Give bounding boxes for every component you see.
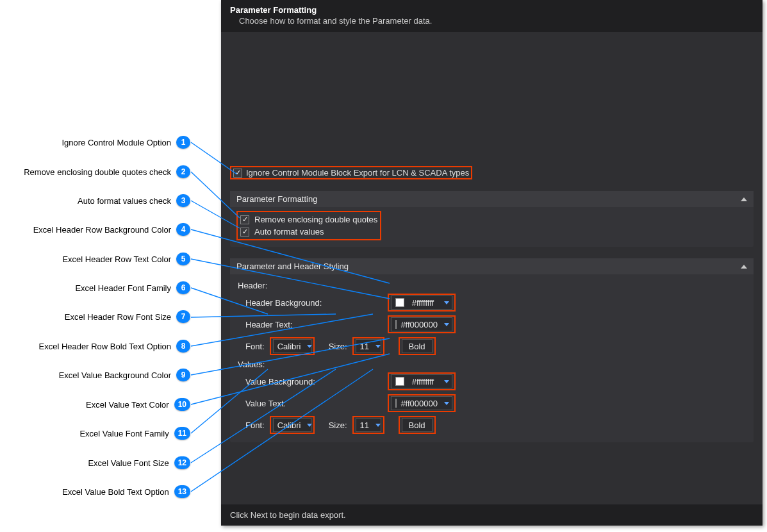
annotation-label: Auto format values check	[78, 196, 171, 206]
annotation-label: Ignore Control Module Option	[62, 138, 171, 147]
annotation-row: Excel Value Font Size 12	[88, 456, 190, 469]
color-swatch-icon	[395, 320, 397, 329]
size-label: Size:	[329, 342, 347, 351]
section-header-formatting[interactable]: Parameter Formatting	[230, 191, 754, 207]
section-title: Parameter Formatting	[236, 194, 317, 204]
chevron-up-icon	[741, 265, 747, 269]
remove-quotes-checkbox[interactable]	[240, 215, 249, 224]
annotation-row: Excel Header Row Bold Text Option 8	[39, 340, 190, 353]
size-label: Size:	[329, 420, 347, 430]
auto-format-label: Auto format values	[254, 227, 324, 237]
annotation-badge: 3	[176, 194, 190, 207]
highlight-header-bg: #ffffffff	[388, 294, 456, 312]
ignore-control-module-checkbox[interactable]	[233, 169, 242, 178]
auto-format-checkbox[interactable]	[240, 228, 249, 237]
color-swatch-icon	[395, 298, 404, 307]
chevron-down-icon	[307, 424, 312, 427]
highlight-formatting-checks: Remove enclosing double quotes Auto form…	[236, 211, 381, 240]
highlight-ignore-option: Ignore Control Module Block Export for L…	[230, 166, 472, 179]
header-size-value: 11	[360, 342, 369, 351]
settings-panel: Parameter Formatting Choose how to forma…	[221, 0, 763, 526]
header-bg-label: Header Background:	[236, 298, 365, 308]
annotation-label: Remove enclosing double quotes check	[24, 167, 171, 177]
annotation-badge: 13	[174, 485, 190, 498]
ignore-control-module-label: Ignore Control Module Block Export for L…	[246, 168, 469, 178]
value-bg-color-picker[interactable]: #ffffffff	[391, 374, 452, 388]
annotation-label: Excel Header Font Family	[75, 283, 171, 293]
chevron-down-icon	[375, 424, 381, 427]
annotation-label: Excel Value Font Family	[79, 429, 169, 438]
value-size-dropdown[interactable]: 11	[356, 418, 381, 432]
highlight-header-font: Calibri	[270, 337, 315, 355]
annotation-label: Excel Value Bold Text Option	[62, 487, 169, 497]
value-bold-toggle[interactable]: Bold	[402, 418, 433, 432]
remove-quotes-label: Remove enclosing double quotes	[254, 215, 377, 224]
annotation-row: Excel Value Text Color 10	[86, 398, 190, 411]
header-text-color-picker[interactable]: #ff000000	[391, 317, 452, 331]
annotation-label: Excel Value Text Color	[86, 400, 169, 410]
chevron-down-icon	[444, 380, 449, 383]
section-parameter-formatting: Parameter Formatting Remove enclosing do…	[230, 191, 754, 247]
header-group-label: Header:	[236, 278, 747, 292]
value-font-dropdown[interactable]: Calibri	[273, 418, 311, 432]
panel-header: Parameter Formatting Choose how to forma…	[221, 0, 763, 32]
annotation-row: Excel Value Bold Text Option 13	[62, 485, 190, 498]
color-swatch-icon	[395, 399, 397, 408]
highlight-header-size: 11	[352, 337, 384, 355]
values-group-label: Values:	[236, 357, 747, 370]
annotation-row: Excel Value Font Family 11	[79, 427, 190, 440]
annotation-row: Excel Header Row Font Size 7	[65, 310, 190, 323]
annotation-badge: 11	[174, 427, 190, 440]
color-swatch-icon	[395, 377, 404, 386]
chevron-down-icon	[375, 345, 381, 348]
chevron-down-icon	[444, 323, 449, 326]
annotation-row: Excel Header Font Family 6	[75, 281, 190, 294]
annotation-badge: 8	[176, 340, 190, 353]
header-bg-color-picker[interactable]: #ffffffff	[391, 295, 452, 310]
annotation-label: Excel Header Row Bold Text Option	[39, 342, 171, 351]
chevron-down-icon	[307, 345, 312, 348]
panel-subtitle: Choose how to format and style the Param…	[230, 15, 754, 26]
header-bold-toggle[interactable]: Bold	[402, 339, 433, 353]
highlight-value-size: 11	[352, 416, 384, 434]
panel-title: Parameter Formatting	[230, 5, 754, 15]
annotation-badge: 12	[174, 456, 190, 469]
highlight-header-text: #ff000000	[388, 315, 456, 333]
header-bg-value: #ffffffff	[412, 298, 434, 308]
annotation-row: Excel Value Background Color 9	[59, 369, 190, 381]
bold-label: Bold	[409, 420, 425, 430]
section-styling: Parameter and Header Styling Header: Hea…	[230, 258, 754, 442]
highlight-value-text: #ff000000	[388, 394, 456, 412]
annotation-label: Excel Header Row Font Size	[65, 312, 171, 322]
annotation-row: Excel Header Row Background Color 4	[33, 223, 190, 236]
value-font-value: Calibri	[277, 420, 301, 430]
annotation-row: Ignore Control Module Option 1	[62, 136, 190, 149]
highlight-value-font: Calibri	[270, 416, 315, 434]
annotation-badge: 6	[176, 281, 190, 294]
chevron-up-icon	[741, 197, 747, 201]
annotation-label: Excel Header Row Text Color	[62, 254, 171, 264]
annotation-badge: 7	[176, 310, 190, 323]
bold-label: Bold	[409, 342, 425, 351]
highlight-value-bold: Bold	[399, 416, 436, 434]
section-header-styling[interactable]: Parameter and Header Styling	[230, 258, 754, 274]
value-bg-value: #ffffffff	[412, 377, 434, 387]
panel-footer: Click Next to begin data export.	[221, 504, 763, 526]
header-font-dropdown[interactable]: Calibri	[273, 339, 311, 353]
font-label: Font:	[245, 420, 265, 430]
annotation-badge: 4	[176, 223, 190, 236]
value-bg-label: Value Background:	[236, 377, 365, 387]
value-text-label: Value Text:	[236, 399, 365, 408]
annotation-badge: 2	[176, 165, 190, 178]
annotation-badge: 1	[176, 136, 190, 149]
annotation-row: Remove enclosing double quotes check 2	[24, 165, 190, 178]
header-text-label: Header Text:	[236, 320, 365, 329]
panel-body: Ignore Control Module Block Export for L…	[221, 32, 763, 500]
header-text-value: #ff000000	[400, 320, 438, 329]
highlight-value-bg: #ffffffff	[388, 372, 456, 390]
value-text-color-picker[interactable]: #ff000000	[391, 396, 452, 410]
chevron-down-icon	[444, 402, 449, 405]
annotation-row: Auto format values check 3	[78, 194, 190, 207]
header-size-dropdown[interactable]: 11	[356, 339, 381, 353]
annotation-label: Excel Header Row Background Color	[33, 225, 171, 235]
